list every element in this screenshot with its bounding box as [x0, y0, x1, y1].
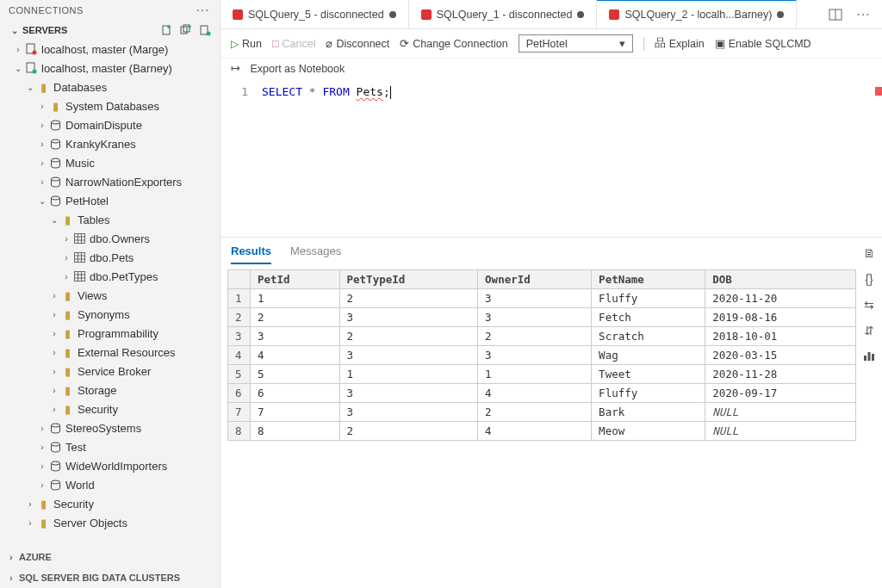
- cell[interactable]: 5: [251, 365, 340, 384]
- table-node[interactable]: ›dbo.PetTypes: [0, 267, 220, 286]
- chevron-down-icon[interactable]: ⌄: [36, 196, 48, 206]
- chevron-right-icon[interactable]: ›: [48, 329, 60, 338]
- save-csv-icon[interactable]: 🗎: [863, 246, 875, 260]
- cell[interactable]: NULL: [705, 422, 856, 441]
- code-line[interactable]: SELECT * FROM Pets;: [255, 82, 391, 237]
- cell[interactable]: 3: [339, 403, 478, 422]
- azure-section[interactable]: › AZURE: [0, 547, 220, 567]
- chevron-right-icon[interactable]: ›: [36, 139, 48, 149]
- cancel-button[interactable]: □Cancel: [272, 38, 315, 50]
- chevron-right-icon[interactable]: ›: [24, 499, 36, 509]
- cell[interactable]: 4: [478, 384, 592, 403]
- db-subfolder[interactable]: ›▮Service Broker: [0, 362, 220, 381]
- chevron-right-icon[interactable]: ›: [60, 272, 72, 282]
- server-node[interactable]: ⌄ localhost, master (Barney): [0, 59, 220, 77]
- cell[interactable]: 3: [251, 327, 340, 346]
- tab-results[interactable]: Results: [231, 244, 271, 264]
- database-node[interactable]: ⌄ PetHotel: [0, 191, 220, 210]
- chevron-right-icon[interactable]: ›: [36, 102, 48, 111]
- database-node[interactable]: ›DomainDispute: [0, 115, 220, 134]
- cell[interactable]: 1: [251, 289, 340, 308]
- explain-button[interactable]: 品Explain: [655, 36, 705, 51]
- database-node[interactable]: ›World: [0, 475, 220, 494]
- cell[interactable]: 8: [251, 422, 340, 441]
- chevron-right-icon[interactable]: ›: [12, 45, 24, 54]
- db-subfolder[interactable]: ›▮Security: [0, 399, 220, 418]
- cell[interactable]: Wag: [592, 346, 705, 365]
- chevron-right-icon[interactable]: ›: [24, 518, 36, 528]
- sqlcmd-button[interactable]: ▣Enable SQLCMD: [715, 37, 811, 50]
- servers-header[interactable]: ⌄ SERVERS: [0, 21, 220, 40]
- chevron-right-icon[interactable]: ›: [5, 553, 17, 562]
- database-node[interactable]: ›NarrowNationExporters: [0, 172, 220, 191]
- table-row[interactable]: 7732BarkNULL: [228, 403, 856, 422]
- split-editor-icon[interactable]: [829, 8, 842, 22]
- server-subfolder[interactable]: ›▮Server Objects: [0, 513, 220, 532]
- server-node[interactable]: › localhost, master (Marge): [0, 40, 220, 59]
- db-subfolder[interactable]: ›▮Storage: [0, 381, 220, 399]
- cell[interactable]: 3: [339, 384, 478, 403]
- chevron-right-icon[interactable]: ›: [36, 158, 48, 168]
- server-tree[interactable]: › localhost, master (Marge) ⌄ localhost,…: [0, 40, 220, 547]
- cell[interactable]: 2: [339, 422, 478, 441]
- editor-tab[interactable]: SQLQuery_2 - localh...Barney): [597, 0, 797, 28]
- chevron-right-icon[interactable]: ›: [36, 424, 48, 433]
- table-node[interactable]: ›dbo.Owners: [0, 229, 220, 248]
- save-json-icon[interactable]: {}: [865, 272, 873, 286]
- cell[interactable]: 2018-10-01: [705, 327, 856, 346]
- chevron-right-icon[interactable]: ›: [48, 367, 60, 376]
- cell[interactable]: Fetch: [592, 308, 705, 327]
- cell[interactable]: 2020-11-20: [705, 289, 856, 308]
- cell[interactable]: Meow: [592, 422, 705, 441]
- chevron-right-icon[interactable]: ›: [48, 405, 60, 414]
- cell[interactable]: 2020-03-15: [705, 346, 856, 365]
- database-node[interactable]: ›KrankyKranes: [0, 134, 220, 153]
- cell[interactable]: 2019-08-16: [705, 308, 856, 327]
- editor-tab[interactable]: SQLQuery_5 - disconnected: [220, 0, 409, 28]
- cell[interactable]: 3: [478, 346, 592, 365]
- database-node[interactable]: ›StereoSystems: [0, 418, 220, 437]
- cell[interactable]: Fluffy: [592, 384, 705, 403]
- cell[interactable]: Fluffy: [592, 289, 705, 308]
- chevron-right-icon[interactable]: ›: [48, 386, 60, 395]
- cell[interactable]: 2: [478, 327, 592, 346]
- export-notebook-button[interactable]: ↦ Export as Notebook: [231, 62, 345, 75]
- cell[interactable]: 4: [251, 346, 340, 365]
- cell[interactable]: NULL: [705, 403, 856, 422]
- db-subfolder[interactable]: ›▮Programmability: [0, 324, 220, 343]
- databases-folder[interactable]: ⌄ ▮ Databases: [0, 77, 220, 96]
- chevron-right-icon[interactable]: ›: [48, 348, 60, 357]
- results-grid[interactable]: PetIdPetTypeIdOwnerIdPetNameDOB 1123Fluf…: [227, 269, 856, 441]
- chevron-right-icon[interactable]: ›: [48, 291, 60, 300]
- table-row[interactable]: 4433Wag2020-03-15: [228, 346, 856, 365]
- database-node[interactable]: ›Music: [0, 153, 220, 172]
- cell[interactable]: 2: [339, 289, 478, 308]
- connections-more-icon[interactable]: ⋯: [194, 6, 212, 15]
- tab-more-icon[interactable]: ⋯: [854, 10, 872, 19]
- column-header[interactable]: PetId: [251, 270, 340, 289]
- change-connection-button[interactable]: ⟳Change Connection: [400, 37, 508, 50]
- new-group-icon[interactable]: [180, 24, 192, 36]
- cell[interactable]: 2020-11-28: [705, 365, 856, 384]
- chart-icon[interactable]: ⇵: [864, 324, 874, 337]
- cell[interactable]: 1: [339, 365, 478, 384]
- server-subfolder[interactable]: ›▮Security: [0, 494, 220, 513]
- cell[interactable]: 3: [478, 289, 592, 308]
- cell[interactable]: 1: [478, 365, 592, 384]
- table-row[interactable]: 5511Tweet2020-11-28: [228, 365, 856, 384]
- database-node[interactable]: ›WideWorldImporters: [0, 456, 220, 475]
- bigdata-section[interactable]: › SQL SERVER BIG DATA CLUSTERS: [0, 567, 220, 588]
- cell[interactable]: 4: [478, 422, 592, 441]
- cell[interactable]: 3: [339, 308, 478, 327]
- table-node[interactable]: ›dbo.Pets: [0, 248, 220, 267]
- tab-messages[interactable]: Messages: [290, 244, 341, 264]
- cell[interactable]: 2: [478, 403, 592, 422]
- table-row[interactable]: 2233Fetch2019-08-16: [228, 308, 856, 327]
- db-subfolder[interactable]: ›▮Views: [0, 286, 220, 305]
- tables-folder[interactable]: ⌄ ▮ Tables: [0, 210, 220, 229]
- cell[interactable]: 3: [478, 308, 592, 327]
- editor-tab[interactable]: SQLQuery_1 - disconnected: [409, 0, 598, 28]
- database-select[interactable]: PetHotel ▾: [519, 34, 633, 53]
- column-header[interactable]: PetTypeId: [339, 270, 478, 289]
- chevron-right-icon[interactable]: ›: [5, 573, 17, 583]
